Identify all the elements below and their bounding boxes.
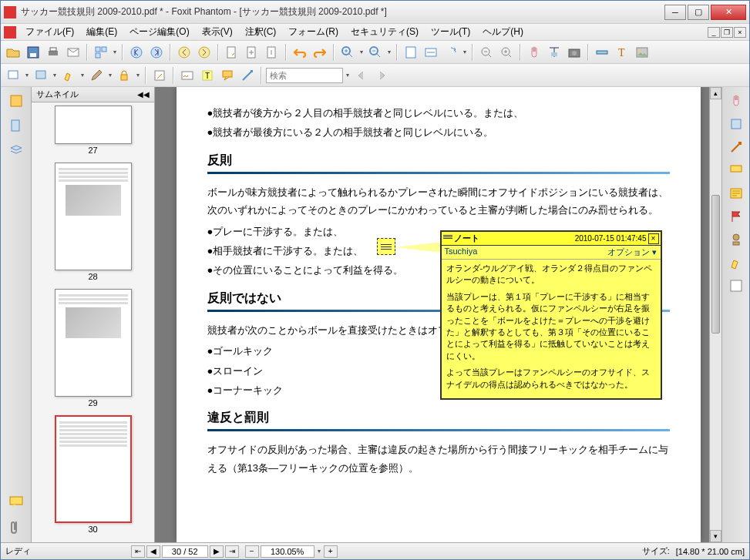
thumbnail-item[interactable]: 29 (38, 289, 148, 407)
rotate-icon[interactable] (442, 43, 460, 62)
measure-icon[interactable] (593, 43, 611, 62)
search-again-minus-icon[interactable] (477, 43, 496, 62)
fit-page-icon[interactable] (402, 43, 420, 62)
tool-note-icon[interactable] (727, 184, 745, 203)
attachments-icon[interactable] (7, 518, 25, 536)
nav-last-icon[interactable] (147, 43, 166, 62)
menu-form[interactable]: フォーム(R) (282, 24, 345, 40)
vertical-scrollbar[interactable]: ▴ ▾ (709, 87, 721, 542)
menu-security[interactable]: セキュリティ(S) (345, 24, 425, 40)
doc-text: ●競技者が後方から２人目の相手競技者と同じレベルにいる。または、 (207, 104, 670, 122)
nav-first-icon[interactable] (127, 43, 146, 62)
status-ready: レディ (5, 545, 31, 557)
tool-flag-icon[interactable] (727, 207, 745, 226)
page-last-icon[interactable]: ⇥ (225, 545, 239, 558)
page-first-icon[interactable]: ⇤ (131, 545, 145, 558)
minimize-button[interactable]: ─ (664, 5, 686, 20)
note-body[interactable]: オランダ-ウルグアイ戦、オランダ２得点目のファンペルシーの動きについて。 当該プ… (442, 260, 661, 398)
nav-prev-icon[interactable] (175, 43, 193, 62)
search-prev-icon[interactable] (352, 66, 371, 85)
stamp-tool-icon[interactable] (32, 66, 50, 85)
scroll-up-icon[interactable]: ▴ (710, 87, 721, 99)
note-close-button[interactable]: × (648, 233, 659, 244)
note-annotation-icon[interactable] (377, 238, 395, 255)
text-tool-icon[interactable]: T (613, 43, 631, 62)
menu-file[interactable]: ファイル(F) (19, 24, 80, 40)
maximize-button[interactable]: ▢ (688, 5, 709, 20)
note-popup[interactable]: ノート 2010-07-15 01:47:45 × Tsuchiya オプション… (440, 230, 662, 400)
mdi-restore[interactable]: ❐ (721, 27, 733, 38)
menu-edit[interactable]: 編集(E) (80, 24, 123, 40)
tool-text-icon[interactable] (727, 277, 745, 295)
note-options[interactable]: オプション ▾ (607, 246, 657, 258)
snapshot-icon[interactable] (565, 43, 584, 62)
link-tool-icon[interactable] (238, 66, 257, 85)
goto-next-icon[interactable] (263, 43, 281, 62)
tool-hand-icon[interactable] (727, 92, 745, 110)
zoom-in-icon[interactable] (338, 43, 357, 62)
sign-tool-icon[interactable] (178, 66, 197, 85)
comments-icon[interactable] (7, 493, 25, 511)
select-text-icon[interactable] (545, 43, 563, 62)
hand-icon[interactable] (525, 43, 543, 62)
tool-arrow-icon[interactable] (727, 138, 745, 156)
fit-width-icon[interactable] (422, 43, 440, 62)
open-icon[interactable] (4, 43, 22, 62)
layers-icon[interactable] (7, 141, 25, 159)
zoom-in-dropdown[interactable]: ▾ (358, 49, 365, 55)
page-number-input[interactable] (162, 545, 208, 558)
zoom-out-btn[interactable]: − (245, 545, 259, 558)
goto-prev-icon[interactable] (243, 43, 261, 62)
thumbnail-item[interactable]: 28 (38, 163, 148, 281)
menu-pageedit[interactable]: ページ編集(O) (123, 24, 195, 40)
thumbnail-item[interactable]: 30 (38, 415, 148, 534)
zoom-in-btn[interactable]: + (324, 545, 338, 558)
search-again-plus-icon[interactable] (497, 43, 516, 62)
redo-icon[interactable] (311, 43, 329, 62)
mdi-close[interactable]: × (734, 27, 746, 38)
save-icon[interactable] (24, 43, 42, 62)
search-input[interactable] (266, 68, 343, 83)
image-tool-icon[interactable] (633, 43, 651, 62)
tool-callout-icon[interactable] (727, 161, 745, 179)
mdi-minimize[interactable]: _ (708, 27, 720, 38)
note-tool-icon[interactable] (4, 66, 22, 85)
document-area[interactable]: ●競技者が後方から２人目の相手競技者と同じレベルにいる。または、 ●競技者が最後… (155, 87, 721, 542)
typewriter-icon[interactable]: T (198, 66, 217, 85)
print-icon[interactable] (44, 43, 62, 62)
zoom-out-dropdown[interactable]: ▾ (386, 49, 392, 55)
bookmarks-icon[interactable] (7, 92, 25, 110)
close-button[interactable]: ✕ (711, 5, 746, 20)
rotate-dropdown[interactable]: ▾ (462, 49, 468, 55)
form-edit-icon[interactable] (150, 66, 169, 85)
thumbnail-list[interactable]: 27 28 29 (32, 102, 154, 542)
callout-icon[interactable] (218, 66, 237, 85)
zoom-input[interactable] (261, 545, 314, 558)
tool-attach-icon[interactable] (727, 115, 745, 133)
pages-icon[interactable] (7, 116, 25, 135)
menu-view[interactable]: 表示(V) (196, 24, 239, 40)
undo-icon[interactable] (291, 43, 309, 62)
search-next-icon[interactable] (372, 66, 391, 85)
svg-rect-17 (406, 47, 415, 58)
menu-annot[interactable]: 注釈(C) (239, 24, 283, 40)
nav-next-icon[interactable] (195, 43, 214, 62)
thumbnail-item[interactable]: 27 (38, 106, 148, 155)
lock-tool-icon[interactable] (115, 66, 133, 85)
scroll-down-icon[interactable]: ▾ (710, 530, 721, 542)
organize-icon[interactable] (92, 43, 110, 62)
organize-dropdown[interactable]: ▾ (112, 49, 118, 55)
zoom-out-icon[interactable] (366, 43, 385, 62)
email-icon[interactable] (64, 43, 82, 62)
menu-help[interactable]: ヘルプ(H) (476, 24, 530, 40)
scroll-thumb[interactable] (711, 195, 720, 334)
pencil-tool-icon[interactable] (87, 66, 106, 85)
highlight-tool-icon[interactable] (59, 66, 78, 85)
goto-icon[interactable] (223, 43, 241, 62)
page-prev-icon[interactable]: ◀ (146, 545, 160, 558)
tool-stamp-icon[interactable] (727, 230, 745, 249)
menu-tools[interactable]: ツール(T) (425, 24, 476, 40)
collapse-icon[interactable]: ◀◀ (137, 90, 150, 99)
tool-highlight-icon[interactable] (727, 253, 745, 272)
page-next-icon[interactable]: ▶ (210, 545, 224, 558)
